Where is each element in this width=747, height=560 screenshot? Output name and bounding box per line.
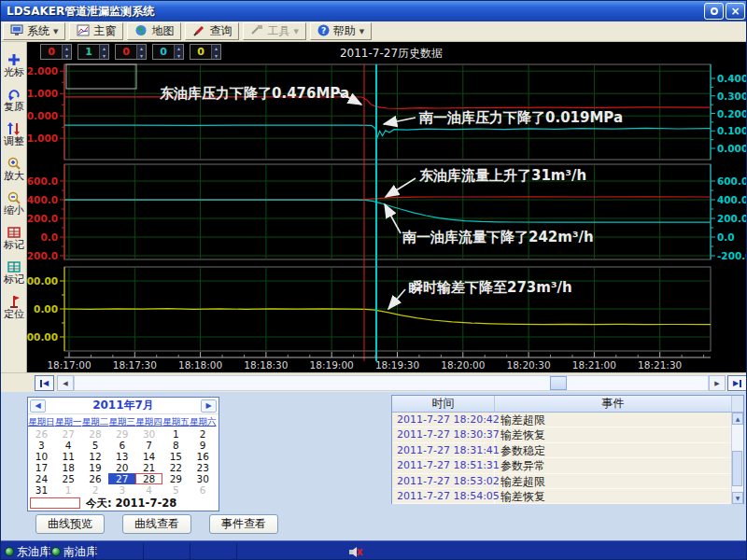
time-tick-label: 18:19:00 [310, 359, 354, 371]
date-cell[interactable]: 13 [108, 451, 135, 462]
date-selected[interactable]: 27 [108, 473, 135, 484]
tool-label: 标记 [4, 240, 24, 251]
date-cell[interactable]: 26 [82, 473, 109, 484]
column-header-event[interactable]: 事件 [495, 396, 731, 412]
right-axis-label: 600.0 [717, 175, 747, 187]
event-row[interactable]: 2011-7-27 18:54:05输差恢复 [392, 489, 731, 504]
date-cell[interactable]: 2 [190, 428, 217, 440]
arrow-left-icon: ◀ [63, 380, 67, 387]
tray-button[interactable] [704, 3, 724, 20]
bottom-panel: ◀ 2011年7月 ▶ 星期日星期一星期二星期三星期四星期五星期六 262728… [1, 392, 747, 540]
event-row[interactable]: 2011-7-27 18:53:02输差超限 [392, 474, 731, 489]
date-cell[interactable]: 4 [55, 440, 82, 451]
date-cell[interactable]: 24 [28, 473, 55, 484]
date-cell[interactable]: 6 [108, 440, 135, 451]
date-cell[interactable]: 16 [190, 451, 217, 462]
date-cell[interactable]: 28 [82, 428, 109, 440]
date-cell[interactable]: 30 [190, 473, 217, 484]
event-row[interactable]: 2011-7-27 18:30:37输差恢复 [392, 427, 731, 442]
scroll-end-button[interactable]: ▶ [727, 375, 747, 391]
chart-panel-0: 2.0001.0000.000-1.0000.4000.3000.2000.10… [27, 64, 747, 160]
today-label: 今天: 2011-7-28 [86, 497, 176, 511]
tool-zoom-in-3[interactable]: 放大 [1, 155, 27, 189]
date-cell[interactable]: 31 [28, 484, 55, 496]
date-cell[interactable]: 15 [162, 451, 190, 462]
date-cell[interactable]: 9 [190, 440, 217, 451]
close-button[interactable]: × [726, 3, 745, 20]
date-cell[interactable]: 22 [162, 462, 190, 473]
tool-mark-teal-6[interactable]: 标记 [1, 259, 27, 293]
series-0-1 [64, 125, 711, 137]
system-menu-button[interactable]: 系统 ▼ [3, 22, 65, 40]
column-header-time[interactable]: 时间 [392, 396, 495, 412]
date-cell[interactable]: 25 [55, 473, 82, 484]
right-axis-label: 200.0 [717, 213, 747, 224]
date-cell[interactable]: 18 [55, 462, 82, 473]
help-menu-button[interactable]: ? 帮助 ▼ [310, 22, 372, 40]
date-cell[interactable]: 11 [55, 451, 82, 462]
scrollbar-thumb[interactable] [550, 376, 567, 390]
tool-crosshair-0[interactable]: 光标 [1, 51, 27, 86]
date-cell[interactable]: 29 [108, 428, 135, 440]
date-cell[interactable]: 7 [135, 440, 162, 451]
date-cell[interactable]: 26 [28, 428, 55, 440]
date-cell[interactable]: 5 [162, 484, 190, 496]
date-cell[interactable]: 4 [135, 484, 162, 496]
tool-locate-7[interactable]: 定位 [1, 293, 27, 328]
date-cell[interactable]: 19 [82, 462, 109, 473]
date-cell[interactable]: 5 [82, 440, 109, 451]
date-cell[interactable]: 17 [28, 462, 55, 473]
curve-preview-button[interactable]: 曲线预览 [35, 514, 105, 534]
tool-adjust-2[interactable]: 调整 [1, 120, 27, 155]
date-cell[interactable]: 21 [135, 462, 162, 473]
date-cell[interactable]: 23 [190, 462, 217, 473]
date-cell[interactable]: 1 [162, 428, 190, 440]
time-tick-label: 18:21:30 [638, 359, 682, 371]
event-time: 2011-7-27 18:51:31 [392, 458, 495, 472]
date-cell[interactable]: 30 [135, 428, 162, 440]
date-cell[interactable]: 20 [108, 462, 135, 473]
map-button[interactable]: 地图 [127, 22, 181, 40]
date-cell[interactable]: 2 [82, 484, 109, 496]
scroll-left-button[interactable]: ◀ [57, 375, 74, 391]
scrollbar-track[interactable] [74, 375, 709, 391]
date-cell[interactable]: 6 [190, 484, 217, 496]
calendar-day-headers: 星期日星期一星期二星期三星期四星期五星期六 [28, 414, 218, 428]
scrollbar-thumb[interactable] [732, 451, 742, 486]
zoom-in-icon [7, 155, 21, 171]
event-text: 参数稳定 [495, 443, 731, 457]
event-view-button[interactable]: 事件查看 [209, 514, 278, 534]
tool-label: 复原 [4, 102, 24, 113]
scroll-up-button[interactable]: ▲ [732, 413, 743, 425]
tool-undo-1[interactable]: 复原 [1, 86, 27, 120]
date-cell[interactable]: 29 [162, 473, 190, 484]
calendar-next-button[interactable]: ▶ [201, 399, 217, 413]
curve-view-button[interactable]: 曲线查看 [122, 514, 191, 534]
date-cell[interactable]: 3 [28, 440, 55, 451]
tool-zoom-out-4[interactable]: 缩小 [1, 189, 27, 224]
statusbar-separator [190, 543, 190, 560]
scroll-down-button[interactable]: ▼ [732, 492, 743, 504]
date-today[interactable]: 28 [135, 473, 162, 484]
date-cell[interactable]: 10 [28, 451, 55, 462]
calendar-prev-button[interactable]: ◀ [30, 399, 46, 413]
date-cell[interactable]: 8 [162, 440, 190, 451]
scroll-right-button[interactable]: ▶ [709, 375, 726, 391]
date-cell[interactable]: 1 [55, 484, 82, 496]
event-row[interactable]: 2011-7-27 18:31:41参数稳定 [392, 443, 731, 458]
date-cell[interactable]: 14 [135, 451, 162, 462]
status-ok-icon [5, 547, 14, 556]
scroll-home-button[interactable]: ◀ [35, 375, 54, 391]
query-button[interactable]: 查询 [185, 22, 239, 40]
tool-label: 放大 [4, 171, 24, 182]
main-window-button[interactable]: 主窗 [69, 22, 123, 40]
chevron-down-icon: ▼ [53, 28, 58, 35]
event-row[interactable]: 2011-7-27 18:51:31参数异常 [392, 458, 731, 473]
date-cell[interactable]: 3 [108, 484, 135, 496]
date-cell[interactable]: 27 [55, 428, 82, 440]
event-row[interactable]: 2011-7-27 18:20:42输差超限 [392, 413, 731, 427]
history-charts[interactable]: 2.0001.0000.000-1.0000.4000.3000.2000.10… [27, 42, 747, 372]
date-cell[interactable]: 12 [82, 451, 109, 462]
left-axis-label: 500.00 [27, 275, 58, 287]
tool-mark-red-5[interactable]: 标记 [1, 224, 27, 259]
